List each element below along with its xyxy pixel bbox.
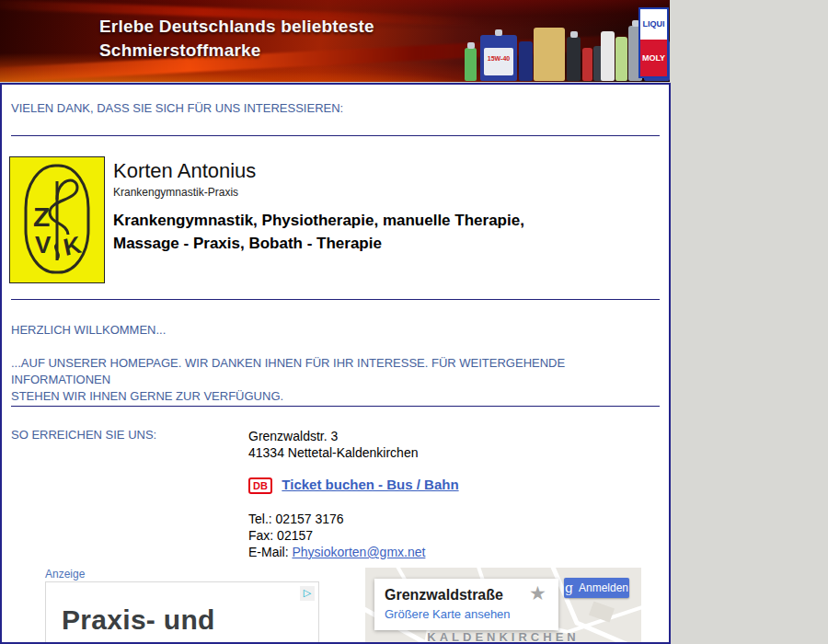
product-spray-can — [567, 37, 581, 81]
db-bahn-logo: DB — [248, 477, 272, 494]
welcome-paragraph: ...AUF UNSERER HOMEPAGE. WIR DANKEN IHNE… — [11, 355, 646, 405]
main-content-page: VIELEN DANK, DASS SIE SICH FÜR UNS INTER… — [0, 83, 671, 644]
ad-headline-line2: Schmierstoffmarke — [99, 39, 374, 63]
ad-headline-line1: Erlebe Deutschlands beliebteste — [99, 15, 374, 39]
bottle-cap — [467, 42, 475, 49]
svg-text:Z: Z — [33, 201, 50, 232]
email-label: E-Mail: — [248, 545, 289, 559]
ad-frame[interactable]: ▷ Praxis- und — [45, 581, 319, 644]
services-line1: Krankengymnastik, Physiotherapie, manuel… — [113, 209, 524, 232]
welcome-line1: ...AUF UNSERER HOMEPAGE. WIR DANKEN IHNE… — [11, 356, 565, 386]
contact-email-row: E-Mail: Physiokorten@gmx.net — [248, 544, 425, 560]
ad-headline: Erlebe Deutschlands beliebteste Schmiers… — [99, 15, 374, 63]
bottle-cap — [570, 31, 578, 38]
svg-text:K: K — [61, 231, 84, 261]
contact-heading: SO ERREICHEN SIE UNS: — [11, 428, 156, 442]
practice-subtitle: Krankengymnastik-Praxis — [113, 186, 238, 199]
ad-frame-headline: Praxis- und — [62, 604, 215, 636]
product-bottle — [582, 48, 592, 81]
liqui-moly-logo: LIQUI MOLY — [638, 7, 669, 78]
liqui-moly-ad-banner[interactable]: Erlebe Deutschlands beliebteste Schmiers… — [0, 0, 670, 82]
contact-tel: Tel.: 02157 3176 — [248, 511, 344, 527]
adchoices-icon[interactable]: ▷ — [300, 586, 315, 601]
contact-fax: Fax: 02157 — [248, 527, 313, 544]
signin-label: Anmelden — [579, 581, 628, 594]
practice-services: Krankengymnastik, Physiotherapie, manuel… — [113, 209, 524, 255]
bottle-cap — [495, 29, 502, 36]
contact-street: Grenzwaldstr. 3 — [248, 428, 338, 444]
save-star-icon[interactable]: ★ — [529, 582, 546, 604]
map-city-label: KALDENKIRCHEN — [365, 630, 641, 644]
divider — [11, 135, 660, 136]
practice-name: Korten Antonius — [113, 159, 256, 183]
google-g-icon: g — [565, 581, 573, 594]
product-bottle — [601, 31, 615, 81]
product-jug — [534, 28, 565, 81]
welcome-heading: HERZLICH WILLKOMMEN... — [11, 323, 166, 337]
product-jug: 15W-40 — [480, 35, 517, 81]
map-place-title: Grenzwaldstraße — [385, 587, 503, 604]
zvk-practice-logo: Z V K — [9, 156, 105, 283]
welcome-line2: STEHEN WIR IHNEN GERNE ZUR VERFÜGUNG. — [11, 389, 283, 403]
svg-text:V: V — [35, 231, 52, 259]
ticket-booking-link[interactable]: Ticket buchen - Bus / Bahn — [282, 477, 458, 492]
google-map-embed[interactable]: Grenzwaldstraße Größere Karte ansehen ★ … — [365, 568, 641, 644]
divider — [11, 406, 660, 407]
email-link[interactable]: Physiokorten@gmx.net — [292, 545, 425, 559]
liqui-moly-logo-bottom: MOLY — [640, 40, 667, 76]
divider — [11, 299, 660, 300]
services-line2: Massage - Praxis, Bobath - Therapie — [113, 232, 524, 255]
product-bottle — [465, 48, 477, 81]
ticket-row: DB Ticket buchen - Bus / Bahn — [248, 477, 459, 494]
contact-city: 41334 Nettetal-Kaldenkirchen — [248, 444, 418, 461]
google-signin-button[interactable]: g Anmelden — [564, 578, 629, 598]
product-bottle — [519, 41, 533, 81]
liqui-moly-logo-top: LIQUI — [640, 9, 667, 40]
jug-label: 15W-40 — [484, 48, 513, 75]
product-bottle — [615, 37, 627, 81]
thanks-heading: VIELEN DANK, DASS SIE SICH FÜR UNS INTER… — [11, 101, 343, 115]
ad-label: Anzeige — [45, 568, 85, 581]
zvk-emblem: Z V K — [10, 157, 104, 282]
larger-map-link[interactable]: Größere Karte ansehen — [385, 607, 511, 621]
